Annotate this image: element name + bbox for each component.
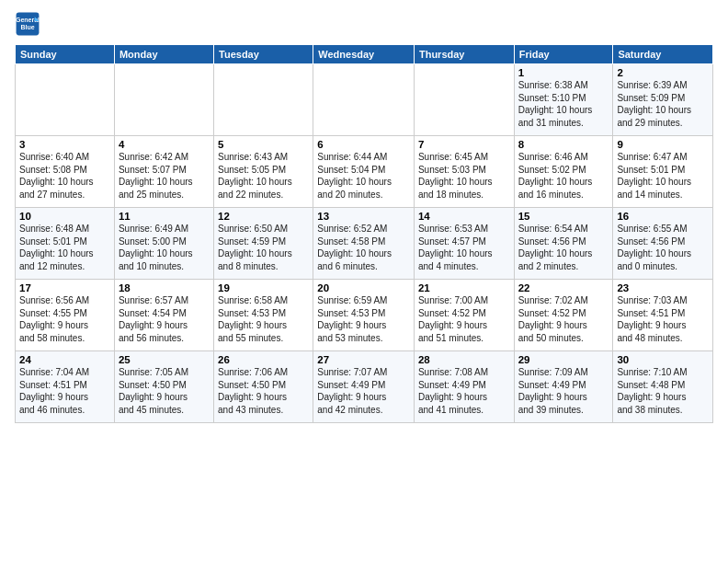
day-info: Sunrise: 6:48 AM Sunset: 5:01 PM Dayligh… — [19, 223, 110, 272]
day-number: 22 — [518, 282, 609, 293]
day-number: 4 — [119, 139, 210, 150]
day-info: Sunrise: 6:38 AM Sunset: 5:10 PM Dayligh… — [518, 79, 609, 129]
weekday-header-wednesday: Wednesday — [313, 45, 415, 64]
day-number: 3 — [19, 139, 110, 150]
weekday-header-monday: Monday — [114, 45, 213, 64]
day-info: Sunrise: 6:42 AM Sunset: 5:07 PM Dayligh… — [119, 151, 210, 201]
day-cell: 14Sunrise: 6:53 AM Sunset: 4:57 PM Dayli… — [414, 208, 514, 280]
day-cell: 24Sunrise: 7:04 AM Sunset: 4:51 PM Dayli… — [16, 351, 115, 423]
calendar-page: General Blue SundayMondayTuesdayWednesda… — [0, 0, 728, 563]
calendar-table: SundayMondayTuesdayWednesdayThursdayFrid… — [15, 44, 713, 423]
day-info: Sunrise: 6:49 AM Sunset: 5:00 PM Dayligh… — [119, 223, 210, 272]
day-cell: 2Sunrise: 6:39 AM Sunset: 5:09 PM Daylig… — [613, 64, 713, 136]
day-cell: 6Sunrise: 6:44 AM Sunset: 5:04 PM Daylig… — [313, 136, 415, 208]
day-number: 10 — [19, 211, 110, 222]
day-number: 26 — [218, 354, 309, 365]
day-cell: 7Sunrise: 6:45 AM Sunset: 5:03 PM Daylig… — [414, 136, 514, 208]
day-cell: 17Sunrise: 6:56 AM Sunset: 4:55 PM Dayli… — [16, 280, 115, 351]
day-cell: 3Sunrise: 6:40 AM Sunset: 5:08 PM Daylig… — [16, 136, 115, 208]
day-cell: 26Sunrise: 7:06 AM Sunset: 4:50 PM Dayli… — [214, 351, 313, 423]
day-info: Sunrise: 6:56 AM Sunset: 4:55 PM Dayligh… — [19, 294, 110, 344]
day-cell: 29Sunrise: 7:09 AM Sunset: 4:49 PM Dayli… — [514, 351, 613, 423]
day-cell: 27Sunrise: 7:07 AM Sunset: 4:49 PM Dayli… — [313, 351, 415, 423]
day-info: Sunrise: 6:55 AM Sunset: 4:56 PM Dayligh… — [617, 223, 709, 272]
day-number: 21 — [418, 282, 510, 293]
day-cell: 10Sunrise: 6:48 AM Sunset: 5:01 PM Dayli… — [16, 208, 115, 280]
day-cell: 11Sunrise: 6:49 AM Sunset: 5:00 PM Dayli… — [114, 208, 213, 280]
day-number: 27 — [317, 354, 410, 365]
day-number: 14 — [418, 211, 510, 222]
day-info: Sunrise: 6:58 AM Sunset: 4:53 PM Dayligh… — [218, 294, 309, 344]
day-number: 15 — [518, 211, 609, 222]
logo-icon: General Blue — [15, 11, 40, 37]
day-info: Sunrise: 6:47 AM Sunset: 5:01 PM Dayligh… — [617, 151, 709, 201]
day-cell: 5Sunrise: 6:43 AM Sunset: 5:05 PM Daylig… — [214, 136, 313, 208]
day-cell — [214, 64, 313, 136]
day-number: 9 — [617, 139, 709, 150]
day-number: 5 — [218, 139, 309, 150]
header: General Blue — [15, 11, 713, 37]
day-info: Sunrise: 7:00 AM Sunset: 4:52 PM Dayligh… — [418, 294, 510, 344]
day-number: 17 — [19, 282, 110, 293]
day-cell: 28Sunrise: 7:08 AM Sunset: 4:49 PM Dayli… — [414, 351, 514, 423]
day-cell: 12Sunrise: 6:50 AM Sunset: 4:59 PM Dayli… — [214, 208, 313, 280]
week-row-3: 10Sunrise: 6:48 AM Sunset: 5:01 PM Dayli… — [16, 208, 713, 280]
day-cell: 8Sunrise: 6:46 AM Sunset: 5:02 PM Daylig… — [514, 136, 613, 208]
day-number: 23 — [617, 282, 709, 293]
day-info: Sunrise: 7:05 AM Sunset: 4:50 PM Dayligh… — [119, 366, 210, 416]
week-row-4: 17Sunrise: 6:56 AM Sunset: 4:55 PM Dayli… — [16, 280, 713, 351]
day-info: Sunrise: 7:06 AM Sunset: 4:50 PM Dayligh… — [218, 366, 309, 416]
day-cell: 19Sunrise: 6:58 AM Sunset: 4:53 PM Dayli… — [214, 280, 313, 351]
day-cell: 20Sunrise: 6:59 AM Sunset: 4:53 PM Dayli… — [313, 280, 415, 351]
day-info: Sunrise: 6:39 AM Sunset: 5:09 PM Dayligh… — [617, 79, 709, 129]
day-cell — [414, 64, 514, 136]
day-cell: 4Sunrise: 6:42 AM Sunset: 5:07 PM Daylig… — [114, 136, 213, 208]
day-info: Sunrise: 6:50 AM Sunset: 4:59 PM Dayligh… — [218, 223, 309, 272]
day-cell: 15Sunrise: 6:54 AM Sunset: 4:56 PM Dayli… — [514, 208, 613, 280]
day-number: 8 — [518, 139, 609, 150]
day-number: 6 — [317, 139, 410, 150]
day-number: 20 — [317, 282, 410, 293]
day-number: 11 — [119, 211, 210, 222]
day-cell: 21Sunrise: 7:00 AM Sunset: 4:52 PM Dayli… — [414, 280, 514, 351]
day-info: Sunrise: 6:53 AM Sunset: 4:57 PM Dayligh… — [418, 223, 510, 272]
day-number: 16 — [617, 211, 709, 222]
day-number: 19 — [218, 282, 309, 293]
day-cell: 25Sunrise: 7:05 AM Sunset: 4:50 PM Dayli… — [114, 351, 213, 423]
day-info: Sunrise: 7:08 AM Sunset: 4:49 PM Dayligh… — [418, 366, 510, 416]
day-info: Sunrise: 7:09 AM Sunset: 4:49 PM Dayligh… — [518, 366, 609, 416]
day-cell: 9Sunrise: 6:47 AM Sunset: 5:01 PM Daylig… — [613, 136, 713, 208]
day-info: Sunrise: 7:03 AM Sunset: 4:51 PM Dayligh… — [617, 294, 709, 344]
day-number: 25 — [119, 354, 210, 365]
day-number: 12 — [218, 211, 309, 222]
day-info: Sunrise: 7:04 AM Sunset: 4:51 PM Dayligh… — [19, 366, 110, 416]
day-number: 24 — [19, 354, 110, 365]
weekday-header-saturday: Saturday — [613, 45, 713, 64]
day-cell — [114, 64, 213, 136]
day-cell — [16, 64, 115, 136]
day-info: Sunrise: 6:59 AM Sunset: 4:53 PM Dayligh… — [317, 294, 410, 344]
day-number: 30 — [617, 354, 709, 365]
day-number: 28 — [418, 354, 510, 365]
weekday-header-friday: Friday — [514, 45, 613, 64]
svg-text:Blue: Blue — [20, 24, 34, 30]
day-cell: 1Sunrise: 6:38 AM Sunset: 5:10 PM Daylig… — [514, 64, 613, 136]
day-info: Sunrise: 6:54 AM Sunset: 4:56 PM Dayligh… — [518, 223, 609, 272]
day-number: 18 — [119, 282, 210, 293]
day-info: Sunrise: 6:45 AM Sunset: 5:03 PM Dayligh… — [418, 151, 510, 201]
day-info: Sunrise: 6:44 AM Sunset: 5:04 PM Dayligh… — [317, 151, 410, 201]
weekday-header-tuesday: Tuesday — [214, 45, 313, 64]
day-number: 1 — [518, 67, 609, 78]
weekday-header-sunday: Sunday — [16, 45, 115, 64]
day-info: Sunrise: 6:46 AM Sunset: 5:02 PM Dayligh… — [518, 151, 609, 201]
weekday-header-row: SundayMondayTuesdayWednesdayThursdayFrid… — [16, 45, 713, 64]
day-number: 29 — [518, 354, 609, 365]
day-info: Sunrise: 7:10 AM Sunset: 4:48 PM Dayligh… — [617, 366, 709, 416]
day-cell: 30Sunrise: 7:10 AM Sunset: 4:48 PM Dayli… — [613, 351, 713, 423]
day-info: Sunrise: 6:43 AM Sunset: 5:05 PM Dayligh… — [218, 151, 309, 201]
logo: General Blue — [15, 11, 44, 37]
day-number: 2 — [617, 67, 709, 78]
day-number: 13 — [317, 211, 410, 222]
week-row-2: 3Sunrise: 6:40 AM Sunset: 5:08 PM Daylig… — [16, 136, 713, 208]
day-cell: 13Sunrise: 6:52 AM Sunset: 4:58 PM Dayli… — [313, 208, 415, 280]
